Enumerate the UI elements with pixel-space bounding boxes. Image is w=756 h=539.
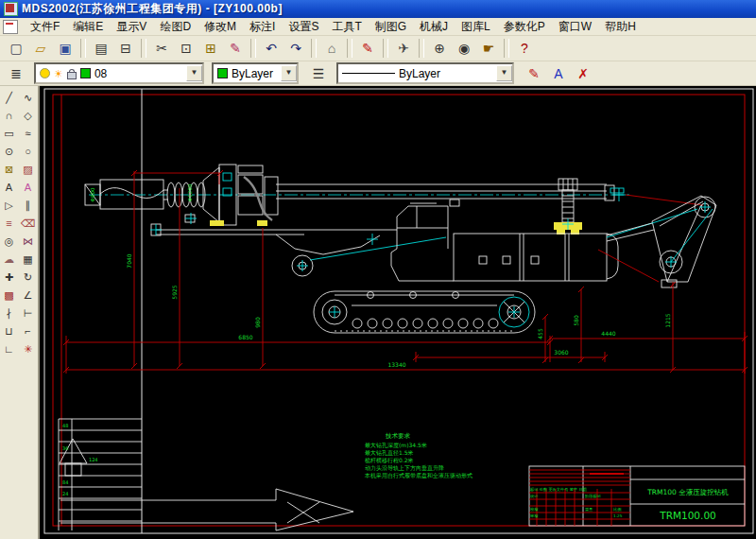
rig-support-jack — [554, 179, 582, 235]
rectangle-tool-icon[interactable]: ▭ — [0, 124, 18, 142]
line-tool-icon[interactable]: ╱ — [0, 88, 18, 106]
svg-text:设计: 设计 — [530, 494, 539, 498]
separator — [347, 39, 352, 58]
plane-button[interactable]: ✈ — [392, 38, 415, 59]
separator — [80, 39, 86, 58]
chevron-down-icon[interactable]: ▼ — [186, 65, 202, 81]
menu-edit[interactable]: 编辑E — [66, 18, 110, 36]
hatch-tool-icon[interactable]: ▨ — [19, 160, 37, 178]
menu-window[interactable]: 窗口W — [552, 18, 598, 36]
app-icon[interactable] — [4, 2, 18, 16]
menu-library[interactable]: 图库L — [455, 18, 497, 36]
svg-text:48: 48 — [62, 423, 68, 428]
format-brush-button[interactable]: ✎ — [224, 38, 247, 59]
menu-file[interactable]: 文件F — [24, 18, 66, 36]
explode-tool-icon[interactable]: ✳ — [19, 339, 37, 357]
svg-text:动力头沿导轨上下方向垂直升降: 动力头沿导轨上下方向垂直升降 — [365, 464, 444, 472]
cut-button[interactable]: ✂ — [150, 38, 173, 59]
menu-settings[interactable]: 设置S — [282, 18, 325, 36]
menu-dimension[interactable]: 标注I — [243, 18, 282, 36]
leader-tool-icon[interactable]: ▷ — [0, 196, 18, 214]
mirror-tool-icon[interactable]: ⋈ — [19, 232, 37, 250]
svg-text:24: 24 — [62, 491, 68, 496]
menu-tools[interactable]: 工具T — [325, 18, 368, 36]
move-tool-icon[interactable]: ✚ — [0, 268, 18, 286]
redline-button[interactable]: ✎ — [356, 38, 379, 59]
paste-button[interactable]: ⊞ — [199, 38, 222, 59]
zoom-window-button[interactable]: ◉ — [453, 38, 475, 59]
menu-bar: 文件F编辑E显示V绘图D修改M标注I设置S工具T制图G机械J图库L参数化P窗口W… — [0, 18, 756, 36]
svg-text:审核: 审核 — [530, 513, 539, 518]
ruler-tool-icon[interactable]: ∠ — [19, 286, 37, 304]
polygon-tool-icon[interactable]: ◇ — [19, 106, 37, 124]
match-properties-button[interactable]: ✎ — [523, 63, 545, 84]
parallel-tool-icon[interactable]: ∥ — [19, 196, 37, 214]
layer-on-icon — [40, 68, 50, 78]
chevron-down-icon[interactable]: ▼ — [281, 65, 297, 81]
copy-button[interactable]: ⊡ — [175, 38, 198, 59]
menu-view[interactable]: 显示V — [110, 18, 153, 36]
trim-tool-icon[interactable]: ∤ — [0, 304, 18, 322]
svg-text:7040: 7040 — [126, 253, 132, 268]
curve-tool-icon[interactable]: ≈ — [19, 124, 37, 142]
linestyle-button[interactable]: ☰ — [307, 63, 330, 84]
help-button[interactable]: ? — [513, 38, 536, 59]
svg-text:5925: 5925 — [171, 285, 178, 299]
menu-modify[interactable]: 修改M — [198, 18, 243, 36]
separator — [311, 39, 317, 58]
color-palette-button[interactable]: A — [547, 63, 570, 84]
menu-parametric[interactable]: 参数化P — [497, 18, 552, 36]
text-tool-icon[interactable]: A — [0, 178, 18, 196]
document-icon[interactable] — [3, 20, 18, 34]
revcloud-tool-icon[interactable]: ☁ — [0, 250, 18, 268]
rotate-tool-icon[interactable]: ↻ — [19, 268, 37, 286]
color-value: ByLayer — [232, 67, 277, 80]
menu-help[interactable]: 帮助H — [598, 18, 643, 36]
tangent-circle-tool-icon[interactable]: ◎ — [0, 232, 18, 250]
chamfer-tool-icon[interactable]: ∟ — [0, 339, 18, 357]
chevron-down-icon[interactable]: ▼ — [496, 65, 512, 81]
open-file-button[interactable]: ▱ — [29, 38, 52, 59]
delete-button[interactable]: ✗ — [572, 63, 594, 84]
redo-button[interactable]: ↷ — [284, 38, 307, 59]
text-style-tool-icon[interactable]: A — [19, 178, 37, 196]
svg-text:124: 124 — [89, 457, 98, 462]
title-block: 标记 处数 更改文件号 签字 日期 设计 校核 审核 阶段标记 重量 比例 1:… — [529, 466, 745, 526]
svg-text:最大钻孔直径1.5米: 最大钻孔直径1.5米 — [365, 449, 414, 457]
zoom-in-button[interactable]: ⊕ — [428, 38, 451, 59]
print-button[interactable]: ▤ — [90, 38, 112, 59]
svg-text:桅杆横移行程0.2米: 桅杆横移行程0.2米 — [365, 457, 414, 464]
copy-tool-icon[interactable]: ⊠ — [0, 160, 18, 178]
menu-drafting[interactable]: 制图G — [369, 18, 413, 36]
undo-button[interactable]: ↶ — [260, 38, 283, 59]
scale-tool-icon[interactable]: ▩ — [0, 286, 18, 304]
menu-mechanical[interactable]: 机械J — [413, 18, 455, 36]
dimension-lines — [63, 170, 747, 374]
spline-tool-icon[interactable]: ∿ — [19, 88, 37, 106]
color-combo[interactable]: ByLayer ▼ — [212, 62, 299, 84]
ellipse-tool-icon[interactable]: ○ — [19, 142, 37, 160]
technical-notes: 技术要求 最大钻孔深度(m)34.5米 最大钻孔直径1.5米 桅杆横移行程0.2… — [364, 432, 472, 479]
save-button[interactable]: ▣ — [54, 38, 77, 59]
circle-tool-icon[interactable]: ⊙ — [0, 142, 18, 160]
layer-value: 08 — [94, 67, 182, 80]
layers-button[interactable]: ≣ — [5, 63, 27, 84]
svg-text:TRM100 全液压旋挖钻机: TRM100 全液压旋挖钻机 — [646, 488, 729, 496]
menu-draw[interactable]: 绘图D — [153, 18, 198, 36]
box-tool-icon[interactable]: ⊔ — [0, 322, 18, 339]
print-preview-button[interactable]: ⊟ — [114, 38, 137, 59]
layer-combo[interactable]: ☀ 08 ▼ — [34, 62, 204, 84]
arc-tool-icon[interactable]: ∩ — [0, 106, 18, 124]
new-file-button[interactable]: ▢ — [5, 38, 27, 59]
fillet-tool-icon[interactable]: ⌐ — [19, 322, 37, 339]
block-button[interactable]: ⌂ — [320, 38, 343, 59]
array-tool-icon[interactable]: ▦ — [19, 250, 37, 268]
extend-tool-icon[interactable]: ⊢ — [19, 304, 37, 322]
pan-button[interactable]: ☛ — [477, 38, 500, 59]
drawing-canvas[interactable]: Φ800 Φ1200 — [40, 86, 756, 539]
svg-text:1215: 1215 — [664, 313, 671, 327]
svg-text:阶段标记: 阶段标记 — [585, 494, 602, 499]
section-line-tool-icon[interactable]: ≡ — [0, 214, 18, 232]
erase-tool-icon[interactable]: ⌫ — [19, 214, 37, 232]
linetype-combo[interactable]: ByLayer ▼ — [336, 62, 514, 84]
